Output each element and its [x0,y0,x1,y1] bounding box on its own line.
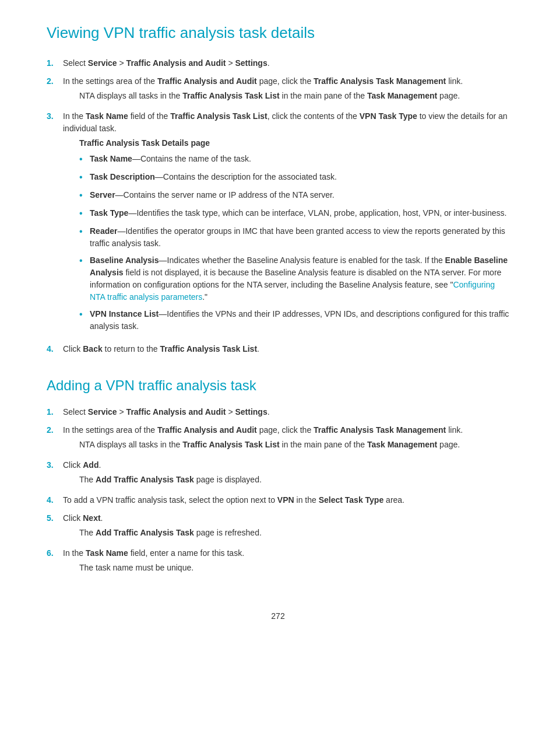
section1-title: Viewing VPN traffic analysis task detail… [47,23,509,43]
bullet-item: Reader—Identifies the operator groups in… [79,225,509,250]
step-6: In the Task Name field, enter a name for… [47,547,509,576]
step-2: In the settings area of the Traffic Anal… [47,75,509,104]
bullet-item: VPN Instance List—Identifies the VPNs an… [79,308,509,332]
step-5: Click Next.The Add Traffic Analysis Task… [47,512,509,541]
bullet-item: Baseline Analysis—Indicates whether the … [79,254,509,303]
step-2: In the settings area of the Traffic Anal… [47,424,509,453]
page-footer: 272 [47,611,509,621]
step-3: In the Task Name field of the Traffic An… [47,110,509,337]
step-1: Select Service > Traffic Analysis and Au… [47,406,509,418]
step-4: To add a VPN traffic analysis task, sele… [47,494,509,506]
bullet-item: Task Type—Identifies the task type, whic… [79,207,509,220]
step-4: Click Back to return to the Traffic Anal… [47,343,509,355]
section2-title: Adding a VPN traffic analysis task [47,376,509,394]
bullet-item: Server—Contains the server name or IP ad… [79,189,509,202]
step-1: Select Service > Traffic Analysis and Au… [47,57,509,69]
bullet-item: Task Name—Contains the name of the task. [79,153,509,166]
page-number: 272 [271,611,284,621]
bullet-item: Task Description—Contains the descriptio… [79,171,509,184]
section2-steps: Select Service > Traffic Analysis and Au… [47,406,509,576]
section1-steps: Select Service > Traffic Analysis and Au… [47,57,509,355]
step-3: Click Add.The Add Traffic Analysis Task … [47,459,509,488]
